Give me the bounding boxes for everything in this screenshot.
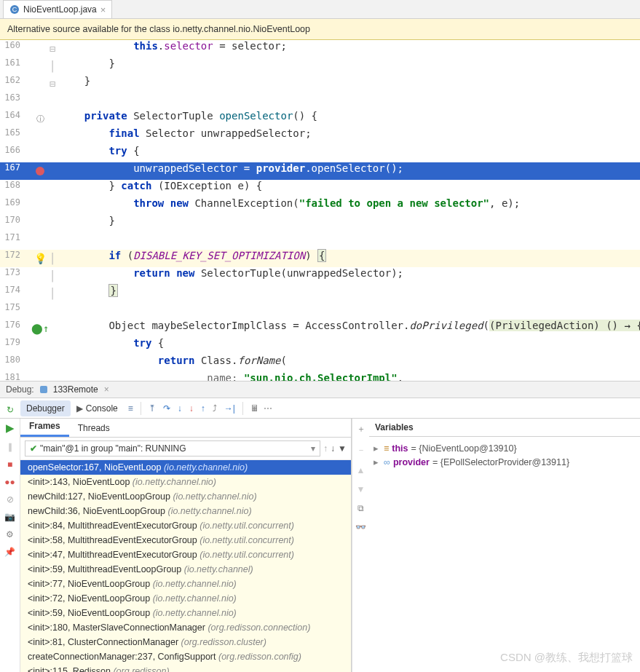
stack-frame[interactable]: <init>:47, MultithreadEventExecutorGroup… — [20, 548, 351, 562]
check-icon: ✔ — [30, 443, 37, 454]
line-number: 173 — [0, 267, 33, 285]
stack-frame[interactable]: <init>:58, MultithreadEventExecutorGroup… — [20, 533, 351, 548]
stack-frame[interactable]: <init>:59, NioEventLoopGroup (io.netty.c… — [20, 606, 351, 620]
filter-icon[interactable]: ▼ — [338, 443, 347, 454]
bulb-icon[interactable]: 💡 — [34, 253, 47, 264]
line-number: 168 — [0, 180, 33, 197]
line-number: 171 — [0, 232, 33, 250]
banner-text: Alternative source available for the cla… — [7, 24, 310, 34]
stack-frame[interactable]: <init>:72, NioEventLoopGroup (io.netty.c… — [20, 591, 351, 606]
chevron-down-icon[interactable]: ▾ — [311, 443, 315, 454]
alt-source-banner[interactable]: Alternative source available for the cla… — [0, 19, 640, 40]
resume-icon[interactable]: ▶ — [6, 422, 15, 435]
step-over-icon[interactable]: ↷ — [163, 403, 170, 414]
variables-header: Variables — [369, 419, 640, 437]
line-number: 174 — [0, 285, 33, 302]
frames-tab[interactable]: Frames — [20, 419, 69, 437]
stack-frame[interactable]: newChild:36, NioEventLoopGroup (io.netty… — [20, 504, 351, 518]
line-number: 170 — [0, 215, 33, 232]
stack-frame[interactable]: <init>:59, MultithreadEventLoopGroup (io… — [20, 562, 351, 577]
line-number: 181 — [0, 372, 33, 381]
tab-debugger[interactable]: Debugger — [20, 400, 71, 416]
pin-icon[interactable]: 📌 — [4, 547, 15, 557]
thread-selector[interactable]: ✔ "main"@1 in group "main": RUNNING ▾ — [25, 440, 320, 456]
close-icon[interactable]: × — [100, 4, 106, 15]
variables-list[interactable]: ▸≡ this = {NioEventLoop@13910}▸∞ provide… — [369, 437, 640, 672]
debug-toolwindow-header: Debug: 133Remote × — [0, 381, 640, 398]
trace-icon[interactable]: ⋯ — [264, 403, 272, 414]
get-thread-dump-icon[interactable]: 📷 — [4, 512, 15, 522]
close-icon[interactable]: × — [104, 384, 109, 395]
current-exec-line: 167 unwrappedSelector = provider.openSel… — [0, 162, 640, 180]
view-breakpoints-icon[interactable]: ●● — [4, 477, 15, 487]
frames-gutter: ＋ － ▲ ▼ ⧉ 👓 — [352, 419, 369, 672]
svg-text:C: C — [12, 6, 17, 13]
stack-frame[interactable]: createConnectionManager:237, ConfigSuppo… — [20, 649, 351, 664]
stack-frame[interactable]: newChild:127, NioEventLoopGroup (io.nett… — [20, 489, 351, 504]
thread-name: "main"@1 in group "main": RUNNING — [40, 443, 186, 454]
line-number: 176 — [0, 320, 33, 337]
settings-icon[interactable]: ⚙ — [6, 529, 14, 539]
stack-frame[interactable]: <init>:84, MultithreadEventExecutorGroup… — [20, 518, 351, 533]
threads-icon[interactable]: ≡ — [128, 403, 133, 414]
line-number: 180 — [0, 355, 33, 372]
stack-frame[interactable]: <init>:143, NioEventLoop (io.netty.chann… — [20, 475, 351, 489]
mute-breakpoints-icon[interactable]: ⊘ — [7, 494, 14, 505]
line-number: 163 — [0, 92, 33, 110]
tab-filename: NioEventLoop.java — [23, 4, 97, 15]
next-frame-icon[interactable]: ↓ — [331, 443, 335, 454]
stack-frame[interactable]: <init>:81, ClusterConnectionManager (org… — [20, 635, 351, 649]
line-number: 164 — [0, 110, 33, 127]
threads-tab[interactable]: Threads — [69, 419, 119, 437]
drop-frame-icon[interactable]: ⤴ — [213, 403, 217, 414]
variable-row[interactable]: ▸≡ this = {NioEventLoop@13910} — [372, 441, 637, 455]
watches-icon[interactable]: 👓 — [355, 522, 366, 532]
step-into-icon[interactable]: ↓ — [178, 403, 182, 414]
override-gutter-icon[interactable]: ⓘ — [33, 110, 47, 127]
run-config-icon — [39, 384, 49, 395]
frames-pane: Frames Threads ✔ "main"@1 in group "main… — [20, 419, 352, 672]
stack-frame[interactable]: <init>:115, Redisson (org.redisson) — [20, 664, 351, 672]
code-editor[interactable]: 160⊟ this.selector = selector; 161│ } 16… — [0, 40, 640, 381]
line-number: 172 — [0, 250, 33, 267]
stack-frame[interactable]: <init>:180, MasterSlaveConnectionManager… — [20, 620, 351, 635]
svg-rect-2 — [40, 386, 47, 393]
file-tab[interactable]: C NioEventLoop.java × — [3, 0, 112, 18]
copy-icon[interactable]: ⧉ — [357, 503, 364, 513]
line-number: 179 — [0, 337, 33, 355]
frames-list[interactable]: openSelector:167, NioEventLoop (io.netty… — [20, 460, 351, 672]
debug-label: Debug: — [6, 384, 34, 395]
stop-icon[interactable]: ■ — [7, 459, 12, 470]
line-number: 166 — [0, 145, 33, 162]
add-watch-icon[interactable]: ＋ — [357, 423, 366, 435]
editor-tabbar: C NioEventLoop.java × — [0, 0, 640, 19]
variable-row[interactable]: ▸∞ provider = {EPollSelectorProvider@139… — [372, 455, 637, 469]
debug-toolbar: ↻ Debugger ▶Console ≡ ⤒ ↷ ↓ ↓ ↑ ⤴ →| 🖩 ⋯ — [0, 398, 640, 419]
run-config-name[interactable]: 133Remote — [53, 384, 98, 395]
line-number: 160 — [0, 40, 33, 58]
line-number: 162 — [0, 75, 33, 92]
stack-frame[interactable]: <init>:77, NioEventLoopGroup (io.netty.c… — [20, 577, 351, 591]
tab-console[interactable]: ▶Console — [71, 400, 124, 416]
class-icon: C — [9, 4, 20, 15]
prev-frame-icon[interactable]: ↑ — [323, 443, 328, 454]
line-number: 161 — [0, 58, 33, 75]
up-icon[interactable]: ▲ — [357, 465, 366, 475]
down-icon[interactable]: ▼ — [357, 484, 366, 494]
show-exec-point-icon[interactable]: ⤒ — [149, 403, 156, 414]
evaluate-icon[interactable]: 🖩 — [250, 403, 259, 414]
debug-sidebar: ▶ ∥ ■ ●● ⊘ 📷 ⚙ 📌 — [0, 419, 20, 672]
line-number: 169 — [0, 197, 33, 215]
remove-watch-icon[interactable]: － — [357, 444, 366, 456]
line-number: 175 — [0, 302, 33, 320]
line-number: 165 — [0, 127, 33, 145]
step-out-icon[interactable]: ↑ — [201, 403, 205, 414]
variables-pane: Variables ▸≡ this = {NioEventLoop@13910}… — [369, 419, 640, 672]
run-to-cursor-icon[interactable]: →| — [224, 403, 235, 414]
stack-frame[interactable]: openSelector:167, NioEventLoop (io.netty… — [20, 460, 351, 475]
rerun-icon[interactable]: ↻ — [7, 405, 14, 415]
force-step-into-icon[interactable]: ↓ — [189, 403, 194, 414]
pause-icon[interactable]: ∥ — [8, 442, 12, 452]
breakpoint-icon[interactable] — [36, 167, 44, 175]
